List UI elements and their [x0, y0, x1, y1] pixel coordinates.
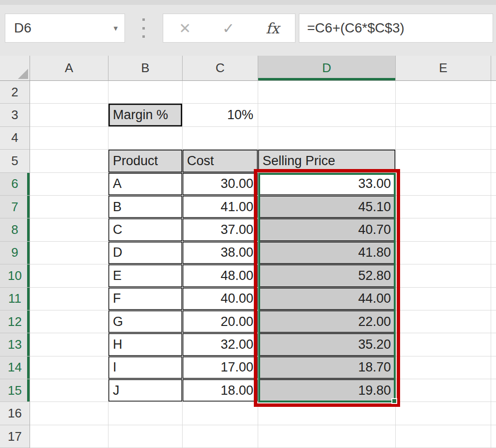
cell-F12[interactable]	[491, 310, 496, 333]
row-header-17[interactable]: 17	[0, 425, 30, 448]
cell-C12[interactable]: 20.00	[183, 310, 258, 333]
row-header-10[interactable]: 10	[0, 264, 30, 287]
cell-E16[interactable]	[396, 402, 491, 425]
column-header-F[interactable]	[491, 56, 496, 81]
cell-F11[interactable]	[491, 288, 496, 310]
cell-A10[interactable]	[30, 264, 108, 287]
cell-C16[interactable]	[183, 402, 258, 425]
cell-B15[interactable]: J	[108, 379, 183, 402]
cell-D9[interactable]: 41.80	[258, 242, 396, 264]
cell-F9[interactable]	[491, 242, 496, 264]
cell-A13[interactable]	[30, 333, 108, 356]
cell-B4[interactable]	[108, 127, 183, 150]
row-header-8[interactable]: 8	[0, 218, 30, 241]
cell-B10[interactable]: E	[108, 264, 183, 287]
cell-F6[interactable]	[491, 173, 496, 196]
column-header-C[interactable]: C	[183, 56, 258, 81]
cancel-icon[interactable]: ✕	[179, 20, 191, 37]
formula-bar[interactable]: =C6+(C6*$C$3)	[299, 14, 493, 43]
cell-B13[interactable]: H	[108, 333, 183, 356]
cell-B2[interactable]	[108, 81, 183, 104]
cell-F10[interactable]	[491, 264, 496, 287]
cell-C15[interactable]: 18.00	[183, 379, 258, 402]
cell-E4[interactable]	[396, 127, 491, 150]
cell-D3[interactable]	[258, 104, 396, 126]
cell-A16[interactable]	[30, 402, 108, 425]
cell-A5[interactable]	[30, 150, 108, 172]
row-header-4[interactable]: 4	[0, 127, 30, 150]
row-header-15[interactable]: 15	[0, 379, 30, 402]
insert-function-icon[interactable]: fx	[266, 20, 279, 37]
cell-B6[interactable]: A	[108, 173, 183, 196]
cell-C5[interactable]: Cost	[183, 150, 258, 172]
cell-E7[interactable]	[396, 196, 491, 218]
cell-C10[interactable]: 48.00	[183, 264, 258, 287]
cell-C8[interactable]: 37.00	[183, 218, 258, 241]
cell-E3[interactable]	[396, 104, 491, 126]
cell-D2[interactable]	[258, 81, 396, 104]
cell-D10[interactable]: 52.80	[258, 264, 396, 287]
cell-E15[interactable]	[396, 379, 491, 402]
name-box-dropdown-icon[interactable]: ▾	[113, 23, 118, 33]
cell-A3[interactable]	[30, 104, 108, 126]
cell-A14[interactable]	[30, 356, 108, 379]
row-header-11[interactable]: 11	[0, 288, 30, 310]
cell-B3[interactable]: Margin %	[108, 104, 183, 126]
cell-D4[interactable]	[258, 127, 396, 150]
cell-D5[interactable]: Selling Price	[258, 150, 396, 172]
cell-E17[interactable]	[396, 425, 491, 448]
name-box[interactable]: D6 ▾	[5, 14, 125, 43]
cell-B17[interactable]	[108, 425, 183, 448]
cell-F2[interactable]	[491, 81, 496, 104]
fill-handle[interactable]	[391, 398, 397, 404]
column-header-D[interactable]: D	[258, 56, 396, 81]
cell-C9[interactable]: 38.00	[183, 242, 258, 264]
cell-F4[interactable]	[491, 127, 496, 150]
cell-C6[interactable]: 30.00	[183, 173, 258, 196]
cell-E14[interactable]	[396, 356, 491, 379]
row-header-9[interactable]: 9	[0, 242, 30, 264]
cell-D6[interactable]: 33.00	[258, 173, 396, 196]
cell-E11[interactable]	[396, 288, 491, 310]
row-header-3[interactable]: 3	[0, 104, 30, 126]
cell-F16[interactable]	[491, 402, 496, 425]
cell-A8[interactable]	[30, 218, 108, 241]
cell-B8[interactable]: C	[108, 218, 183, 241]
cell-C7[interactable]: 41.00	[183, 196, 258, 218]
cell-D16[interactable]	[258, 402, 396, 425]
cell-C4[interactable]	[183, 127, 258, 150]
cell-E8[interactable]	[396, 218, 491, 241]
cell-C2[interactable]	[183, 81, 258, 104]
cell-D14[interactable]: 18.70	[258, 356, 396, 379]
cell-B11[interactable]: F	[108, 288, 183, 310]
column-header-B[interactable]: B	[108, 56, 183, 81]
cell-D11[interactable]: 44.00	[258, 288, 396, 310]
cell-F3[interactable]	[491, 104, 496, 126]
cell-A9[interactable]	[30, 242, 108, 264]
cell-E2[interactable]	[396, 81, 491, 104]
row-header-14[interactable]: 14	[0, 356, 30, 379]
enter-icon[interactable]: ✓	[222, 20, 234, 37]
cell-C17[interactable]	[183, 425, 258, 448]
row-header-5[interactable]: 5	[0, 150, 30, 172]
cell-A17[interactable]	[30, 425, 108, 448]
cell-A4[interactable]	[30, 127, 108, 150]
cell-E13[interactable]	[396, 333, 491, 356]
cell-F17[interactable]	[491, 425, 496, 448]
cell-B14[interactable]: I	[108, 356, 183, 379]
cell-D13[interactable]: 35.20	[258, 333, 396, 356]
cell-A7[interactable]	[30, 196, 108, 218]
row-header-6[interactable]: 6	[0, 173, 30, 196]
cell-C14[interactable]: 17.00	[183, 356, 258, 379]
cell-E12[interactable]	[396, 310, 491, 333]
row-header-7[interactable]: 7	[0, 196, 30, 218]
cell-A6[interactable]	[30, 173, 108, 196]
cell-F14[interactable]	[491, 356, 496, 379]
cell-C3[interactable]: 10%	[183, 104, 258, 126]
cell-C13[interactable]: 32.00	[183, 333, 258, 356]
row-header-12[interactable]: 12	[0, 310, 30, 333]
cell-C11[interactable]: 40.00	[183, 288, 258, 310]
row-header-13[interactable]: 13	[0, 333, 30, 356]
cell-B9[interactable]: D	[108, 242, 183, 264]
cell-F8[interactable]	[491, 218, 496, 241]
